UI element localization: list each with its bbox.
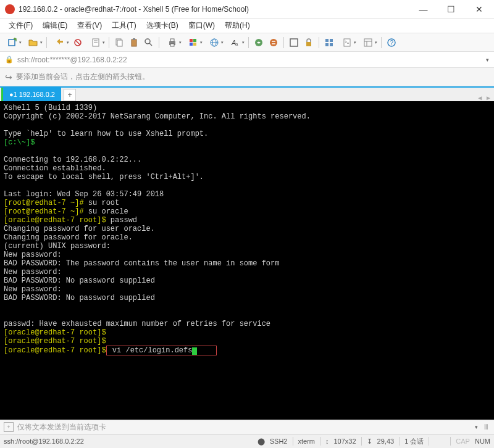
tile-button[interactable] bbox=[322, 36, 336, 49]
svg-rect-29 bbox=[330, 39, 333, 42]
separator bbox=[283, 37, 284, 48]
minimize-button[interactable]: — bbox=[409, 1, 437, 18]
ssh-icon: ⬤ bbox=[257, 438, 265, 446]
separator bbox=[381, 37, 382, 48]
address-url: ssh://root:*******@192.168.0.2:22 bbox=[17, 56, 127, 64]
separator bbox=[159, 37, 159, 48]
svg-rect-27 bbox=[306, 42, 311, 46]
menu-view[interactable]: 查看(V) bbox=[73, 19, 106, 32]
menu-help[interactable]: 帮助(H) bbox=[221, 19, 254, 32]
hint-arrow-icon[interactable]: ↪ bbox=[5, 72, 12, 82]
svg-text:?: ? bbox=[390, 39, 394, 46]
menu-window[interactable]: 窗口(W) bbox=[185, 19, 219, 32]
paste-button[interactable] bbox=[127, 36, 141, 49]
app-icon bbox=[5, 4, 15, 14]
hint-bar: ↪ 要添加当前会话，点击左侧的箭头按钮。 bbox=[0, 68, 494, 86]
tab-bar: ● 1 192.168.0.2 + ◄ ► bbox=[0, 86, 494, 101]
reconnect-button[interactable] bbox=[50, 36, 70, 49]
highlighted-command: vi /etc/login.defs bbox=[106, 346, 217, 355]
tab-next-icon[interactable]: ► bbox=[485, 94, 492, 101]
fullscreen-button[interactable] bbox=[287, 36, 301, 49]
color-scheme-button[interactable] bbox=[183, 36, 203, 49]
hint-text: 要添加当前会话，点击左侧的箭头按钮。 bbox=[16, 72, 149, 82]
svg-rect-7 bbox=[117, 40, 122, 46]
send-dropdown-icon[interactable]: ▾ bbox=[475, 424, 478, 430]
window-controls: — ☐ ✕ bbox=[409, 1, 493, 18]
svg-rect-26 bbox=[290, 39, 298, 46]
svg-rect-32 bbox=[344, 39, 350, 46]
print-button[interactable] bbox=[162, 36, 182, 49]
svg-rect-31 bbox=[330, 43, 333, 46]
tab-add-button[interactable]: + bbox=[64, 89, 76, 101]
svg-rect-0 bbox=[9, 39, 15, 46]
send-placeholder[interactable]: 仅将文本发送到当前选项卡 bbox=[17, 422, 106, 433]
terminal[interactable]: Xshell 5 (Build 1339) Copyright (c) 2002… bbox=[0, 101, 494, 420]
help-button[interactable]: ? bbox=[385, 36, 398, 49]
svg-point-10 bbox=[145, 39, 150, 44]
svg-rect-17 bbox=[190, 43, 193, 46]
toolbar: Aa ? bbox=[0, 33, 494, 52]
layout-button[interactable] bbox=[358, 36, 378, 49]
separator bbox=[248, 37, 249, 48]
send-add-button[interactable]: + bbox=[4, 422, 14, 432]
xftp-button[interactable] bbox=[267, 36, 280, 49]
find-button[interactable] bbox=[142, 36, 156, 49]
maximize-button[interactable]: ☐ bbox=[437, 1, 465, 18]
status-size: 107x32 bbox=[334, 438, 356, 445]
send-bar: + 仅将文本发送到当前选项卡 ▾ ꘡꘡꘡ bbox=[0, 420, 494, 434]
menu-tools[interactable]: 工具(T) bbox=[108, 19, 140, 32]
open-button[interactable] bbox=[23, 36, 43, 49]
tab-prev-icon[interactable]: ◄ bbox=[477, 94, 483, 101]
properties-button[interactable] bbox=[86, 36, 106, 49]
separator bbox=[109, 37, 109, 48]
tab-label: 1 192.168.0.2 bbox=[14, 91, 55, 98]
pos-icon: ↧ bbox=[367, 438, 372, 446]
title-bar: 192.168.0.2 - oracle@redhat-7:/root - Xs… bbox=[0, 0, 494, 19]
disconnect-button[interactable] bbox=[71, 36, 85, 49]
status-cap: CAP bbox=[456, 438, 470, 445]
svg-point-25 bbox=[270, 39, 277, 46]
script-button[interactable] bbox=[337, 36, 357, 49]
status-term: xterm bbox=[298, 438, 316, 445]
close-button[interactable]: ✕ bbox=[465, 1, 493, 18]
status-connection: ssh://root@192.168.0.2:22 bbox=[4, 438, 84, 445]
address-dropdown-icon[interactable]: ▾ bbox=[486, 57, 489, 63]
address-bar[interactable]: 🔒 ssh://root:*******@192.168.0.2:22 ▾ bbox=[0, 52, 494, 68]
size-icon: ↕ bbox=[325, 438, 329, 445]
svg-rect-13 bbox=[170, 39, 174, 41]
svg-rect-8 bbox=[132, 39, 136, 46]
svg-rect-28 bbox=[325, 39, 329, 42]
svg-rect-16 bbox=[193, 39, 196, 42]
tab-active[interactable]: ● 1 192.168.0.2 bbox=[1, 88, 61, 101]
svg-line-11 bbox=[149, 43, 152, 46]
svg-rect-9 bbox=[133, 38, 135, 40]
svg-rect-15 bbox=[190, 39, 193, 42]
separator bbox=[319, 37, 319, 48]
svg-rect-18 bbox=[193, 43, 196, 46]
status-num: NUM bbox=[475, 438, 490, 445]
separator bbox=[46, 37, 47, 48]
encoding-button[interactable] bbox=[204, 36, 224, 49]
svg-line-2 bbox=[75, 40, 80, 45]
menu-tab[interactable]: 选项卡(B) bbox=[143, 19, 182, 32]
menu-file[interactable]: 文件(F) bbox=[5, 19, 36, 32]
window-title: 192.168.0.2 - oracle@redhat-7:/root - Xs… bbox=[19, 5, 409, 14]
status-pos: 29,43 bbox=[377, 438, 395, 445]
status-bar: ssh://root@192.168.0.2:22 ⬤ SSH2 xterm ↕… bbox=[0, 434, 494, 448]
svg-text:a: a bbox=[235, 41, 238, 47]
svg-rect-33 bbox=[364, 39, 372, 46]
menu-edit[interactable]: 编辑(E) bbox=[39, 19, 71, 32]
status-sessions: 1 会话 bbox=[404, 437, 424, 446]
send-close-button[interactable]: ꘡꘡꘡ bbox=[482, 423, 490, 431]
copy-button[interactable] bbox=[112, 36, 126, 49]
lock-button[interactable] bbox=[302, 36, 316, 49]
menu-bar: 文件(F) 编辑(E) 查看(V) 工具(T) 选项卡(B) 窗口(W) 帮助(… bbox=[0, 19, 494, 33]
xagent-button[interactable] bbox=[252, 36, 266, 49]
status-ssh: SSH2 bbox=[270, 438, 288, 445]
svg-rect-30 bbox=[325, 43, 329, 46]
svg-rect-14 bbox=[170, 44, 174, 46]
lock-icon: 🔒 bbox=[5, 56, 14, 64]
font-button[interactable]: Aa bbox=[225, 36, 245, 49]
tab-nav: ◄ ► bbox=[477, 94, 492, 101]
new-session-button[interactable] bbox=[2, 36, 22, 49]
